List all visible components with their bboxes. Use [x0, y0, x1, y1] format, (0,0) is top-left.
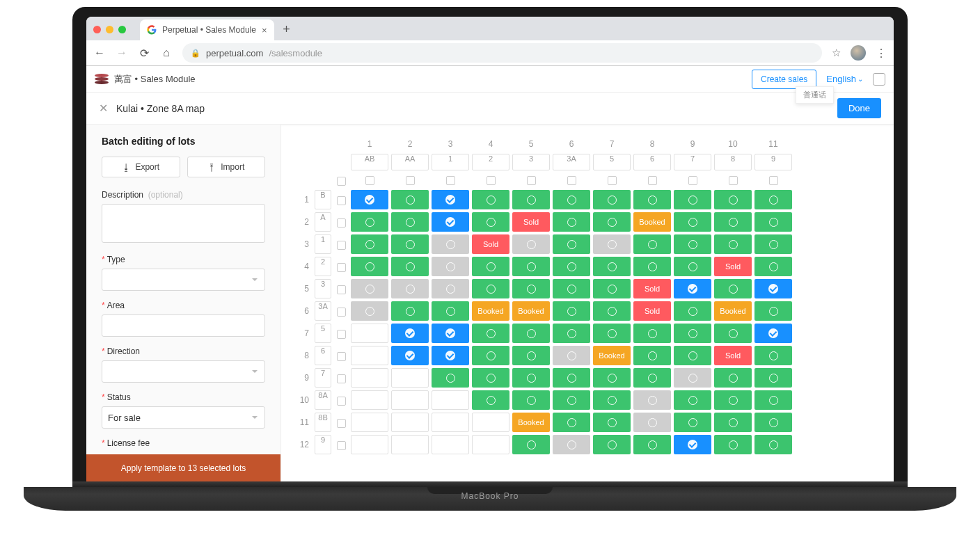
row-header-cell[interactable]: 6 [315, 346, 331, 365]
lot-cell[interactable] [754, 301, 792, 321]
lot-cell[interactable]: Booked [633, 212, 671, 232]
col-header[interactable]: AA [391, 154, 429, 170]
lot-cell[interactable] [351, 212, 388, 232]
lot-cell[interactable] [714, 234, 752, 254]
lot-cell[interactable] [472, 212, 509, 232]
lot-cell[interactable] [633, 324, 671, 343]
row-checkbox-cell[interactable] [334, 346, 348, 365]
lot-cell[interactable] [593, 212, 631, 232]
col-header[interactable]: 5 [593, 154, 631, 170]
browser-menu-icon[interactable]: ⋮ [876, 47, 887, 60]
lot-cell[interactable] [754, 390, 792, 410]
row-checkbox-cell[interactable] [334, 257, 348, 276]
lot-cell[interactable]: Sold [714, 257, 752, 276]
col-checkbox[interactable] [487, 176, 496, 185]
row-header[interactable]: 5 [315, 324, 331, 343]
lot-cell[interactable] [472, 413, 509, 432]
lot-cell[interactable] [593, 390, 631, 410]
lot-cell[interactable] [351, 324, 388, 343]
row-checkbox[interactable] [337, 308, 346, 317]
lot-cell[interactable] [391, 390, 429, 410]
row-header[interactable]: 6 [315, 346, 331, 365]
lot-cell[interactable] [472, 324, 509, 343]
bookmark-icon[interactable]: ☆ [832, 47, 841, 59]
lot-cell[interactable] [674, 257, 711, 276]
row-header-cell[interactable]: 1 [315, 234, 331, 254]
lot-cell[interactable] [432, 212, 469, 232]
lot-cell[interactable] [674, 324, 711, 343]
select-all-cell[interactable] [334, 173, 348, 187]
lot-cell[interactable] [553, 368, 590, 388]
lot-cell[interactable] [391, 346, 429, 365]
lot-cell[interactable] [391, 324, 429, 343]
row-header-cell[interactable]: B [315, 190, 331, 209]
row-checkbox[interactable] [337, 330, 346, 339]
col-checkbox-cell[interactable] [593, 173, 631, 187]
lot-cell[interactable] [512, 190, 550, 209]
lot-cell[interactable] [754, 279, 792, 298]
lot-cell[interactable] [754, 413, 792, 432]
lot-cell[interactable] [674, 390, 711, 410]
col-header-cell[interactable]: 8 [714, 154, 752, 170]
col-checkbox[interactable] [688, 176, 697, 185]
lot-grid[interactable]: 1234567891011ABAA1233A567891B2ASoldBooke… [281, 125, 894, 481]
lot-cell[interactable] [593, 435, 631, 454]
lot-cell[interactable] [351, 257, 388, 276]
row-checkbox[interactable] [337, 374, 346, 383]
col-checkbox-cell[interactable] [391, 173, 429, 187]
lot-cell[interactable] [351, 234, 388, 254]
lot-cell[interactable] [351, 346, 388, 365]
lot-cell[interactable] [754, 190, 792, 209]
lot-cell[interactable] [432, 279, 469, 298]
col-header[interactable]: 8 [714, 154, 752, 170]
row-header[interactable]: 2 [315, 257, 331, 276]
apply-template-button[interactable]: Apply template to 13 selected lots [86, 454, 280, 481]
col-checkbox[interactable] [365, 176, 374, 185]
lot-cell[interactable] [391, 257, 429, 276]
row-header[interactable]: 8B [315, 413, 331, 432]
col-checkbox-cell[interactable] [351, 173, 388, 187]
lot-cell[interactable] [674, 301, 711, 321]
row-header-cell[interactable]: A [315, 212, 331, 232]
lot-cell[interactable]: Booked [714, 301, 752, 321]
row-checkbox[interactable] [337, 241, 346, 250]
lot-cell[interactable] [714, 190, 752, 209]
lot-cell[interactable] [351, 279, 388, 298]
row-header-cell[interactable]: 8B [315, 413, 331, 432]
row-checkbox-cell[interactable] [334, 279, 348, 298]
row-header-cell[interactable]: 8A [315, 390, 331, 410]
lot-cell[interactable] [553, 413, 590, 432]
lot-cell[interactable] [754, 234, 792, 254]
col-header-cell[interactable]: 1 [432, 154, 469, 170]
lot-cell[interactable] [714, 324, 752, 343]
window-maximize-icon[interactable] [118, 26, 126, 33]
lot-cell[interactable] [432, 190, 469, 209]
row-checkbox-cell[interactable] [334, 413, 348, 432]
lot-cell[interactable] [351, 190, 388, 209]
row-checkbox-cell[interactable] [334, 301, 348, 321]
lot-cell[interactable] [593, 413, 631, 432]
lot-cell[interactable] [432, 324, 469, 343]
lot-cell[interactable] [512, 234, 550, 254]
col-header-cell[interactable]: 2 [472, 154, 509, 170]
window-minimize-icon[interactable] [106, 26, 113, 33]
row-header[interactable]: 1 [315, 234, 331, 254]
row-header[interactable]: 9 [315, 435, 331, 454]
lot-cell[interactable] [674, 346, 711, 365]
col-header[interactable]: 3A [553, 154, 590, 170]
col-checkbox-cell[interactable] [512, 173, 550, 187]
select-all-checkbox[interactable] [337, 177, 346, 186]
forward-button[interactable]: → [116, 47, 128, 59]
lot-cell[interactable] [432, 346, 469, 365]
direction-select[interactable] [102, 360, 265, 383]
row-header-cell[interactable]: 2 [315, 257, 331, 276]
lot-cell[interactable] [391, 413, 429, 432]
row-checkbox-cell[interactable] [334, 390, 348, 410]
home-button[interactable]: ⌂ [160, 47, 173, 59]
col-header[interactable]: 7 [674, 154, 711, 170]
col-header-cell[interactable]: 3A [553, 154, 590, 170]
description-textarea[interactable] [102, 204, 265, 243]
lot-cell[interactable] [754, 212, 792, 232]
lot-cell[interactable]: Booked [512, 413, 550, 432]
row-header-cell[interactable]: 9 [315, 435, 331, 454]
